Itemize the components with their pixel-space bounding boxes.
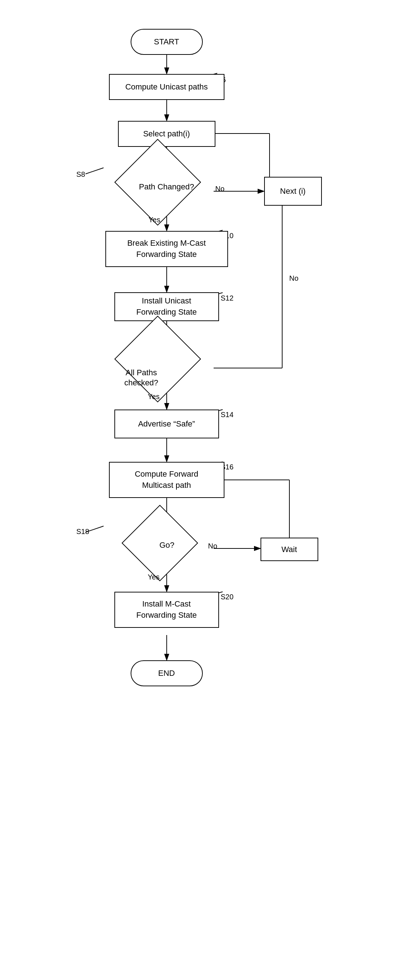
s14-label: S14 bbox=[221, 410, 234, 419]
install-mcast-node: Install M-Cast Forwarding State bbox=[115, 592, 219, 628]
select-path-node: Select path(i) bbox=[118, 121, 215, 147]
yes-all-paths-label: Yes bbox=[148, 393, 160, 401]
compute-forward-node: Compute Forward Multicast path bbox=[109, 462, 224, 498]
all-paths-diamond: All Paths checked? bbox=[120, 347, 213, 390]
install-unicast-node: Install Unicast Forwarding State bbox=[115, 292, 219, 321]
compute-unicast-node: Compute Unicast paths bbox=[109, 74, 224, 100]
yes-go-label: Yes bbox=[148, 573, 160, 581]
end-node: END bbox=[131, 660, 203, 686]
no-path-changed-label: No bbox=[215, 185, 225, 193]
path-changed-diamond: Path Changed? bbox=[120, 170, 213, 213]
next-i-node: Next (i) bbox=[264, 177, 322, 206]
no-all-paths-label: No bbox=[290, 274, 299, 283]
advertise-safe-node: Advertise “Safe” bbox=[115, 409, 219, 438]
s20-label: S20 bbox=[221, 593, 234, 601]
no-go-label: No bbox=[208, 542, 218, 550]
s18-label: S18 bbox=[76, 528, 89, 536]
start-label: START bbox=[154, 37, 179, 46]
wait-node: Wait bbox=[261, 538, 318, 561]
svg-line-22 bbox=[86, 168, 103, 174]
go-diamond: Go? bbox=[129, 527, 205, 570]
end-label: END bbox=[158, 668, 175, 678]
yes-path-changed-label: Yes bbox=[149, 216, 161, 224]
flowchart-diagram: START S6 Compute Unicast paths Select pa… bbox=[59, 14, 340, 967]
start-node: START bbox=[131, 29, 203, 55]
break-existing-node: Break Existing M-Cast Forwarding State bbox=[105, 231, 228, 267]
s8-label: S8 bbox=[76, 170, 85, 178]
s12-label: S12 bbox=[221, 294, 234, 302]
